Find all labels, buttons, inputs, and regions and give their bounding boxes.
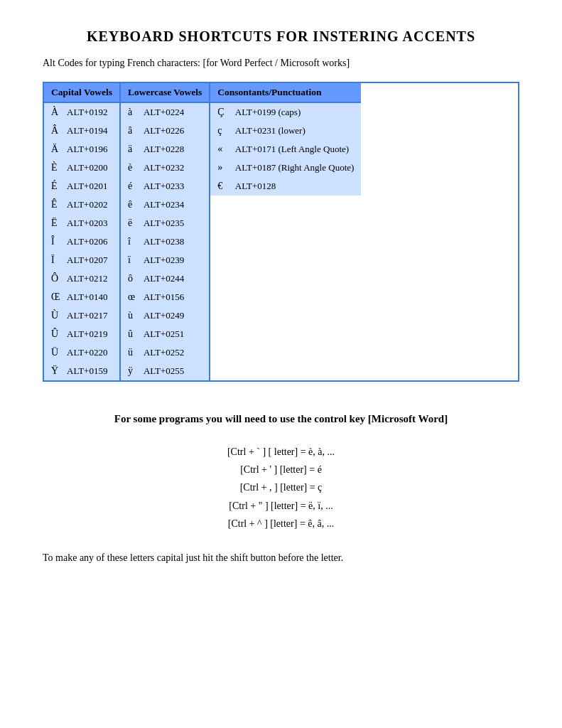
- table-row: ôALT+0244: [121, 269, 209, 288]
- table-row: ÀALT+0192: [44, 103, 119, 122]
- lowercase-vowels-header: Lowercase Vowels: [121, 83, 209, 103]
- capital-vowels-header: Capital Vowels: [44, 83, 119, 103]
- char: Ÿ: [51, 365, 67, 377]
- char: ç: [217, 125, 233, 136]
- table-row: € ALT+0128: [210, 177, 361, 196]
- note-section: For some programs you will need to use t…: [43, 410, 519, 427]
- code: ALT+0233: [144, 181, 184, 192]
- char: û: [128, 328, 144, 340]
- capital-vowels-section: Capital Vowels ÀALT+0192ÂALT+0194ÄALT+01…: [44, 83, 121, 380]
- char: ë: [128, 218, 144, 229]
- char: ô: [128, 273, 144, 284]
- table-row: ç ALT+0231 (lower): [210, 122, 361, 140]
- table-row: « ALT+0171 (Left Angle Quote): [210, 140, 361, 159]
- code: ALT+0199 (caps): [233, 107, 301, 118]
- shortcut-line: [Ctrl + ^ ] [letter] = ê, â, ...: [43, 515, 519, 532]
- note-text: For some programs you will need to use t…: [114, 413, 448, 424]
- consonants-rows: Ç ALT+0199 (caps)ç ALT+0231 (lower)« ALT…: [210, 103, 361, 196]
- char: Ï: [51, 255, 67, 266]
- code: ALT+0228: [144, 144, 184, 155]
- code: ALT+0171 (Left Angle Quote): [233, 144, 349, 155]
- code: ALT+0231 (lower): [233, 125, 305, 136]
- table-row: ÔALT+0212: [44, 269, 119, 288]
- char: Ä: [51, 144, 67, 155]
- shortcut-line: [Ctrl + ` ] [ letter] = è, à, ...: [43, 443, 519, 461]
- char: Ô: [51, 273, 67, 284]
- code: ALT+0194: [67, 125, 107, 136]
- shortcut-line: [Ctrl + ' ] [letter] = é: [43, 461, 519, 478]
- table-row: œALT+0156: [121, 288, 209, 306]
- char: ä: [128, 144, 144, 155]
- table-row: äALT+0228: [121, 140, 209, 159]
- table-row: ÂALT+0194: [44, 122, 119, 140]
- table-row: êALT+0234: [121, 196, 209, 214]
- table-row: ÈALT+0200: [44, 159, 119, 177]
- code: ALT+0207: [67, 255, 107, 266]
- code: ALT+0196: [67, 144, 107, 155]
- char: ù: [128, 310, 144, 321]
- char: Â: [51, 125, 67, 136]
- table-row: ÎALT+0206: [44, 232, 119, 251]
- table-row: ÛALT+0219: [44, 325, 119, 343]
- table-row: » ALT+0187 (Right Angle Quote): [210, 159, 361, 177]
- code: ALT+0212: [67, 273, 107, 284]
- code: ALT+0220: [67, 347, 107, 358]
- code: ALT+0156: [144, 291, 184, 303]
- code: ALT+0239: [144, 255, 184, 266]
- char: é: [128, 181, 144, 192]
- code: ALT+0255: [144, 365, 184, 377]
- char: œ: [128, 291, 144, 303]
- code: ALT+0159: [67, 365, 107, 377]
- consonants-header: Consontants/Punctuation: [210, 83, 361, 103]
- code: ALT+0219: [67, 328, 107, 340]
- code: ALT+0244: [144, 273, 184, 284]
- char: À: [51, 107, 67, 118]
- code: ALT+0187 (Right Angle Quote): [233, 162, 354, 173]
- code: ALT+0224: [144, 107, 184, 118]
- char: â: [128, 125, 144, 136]
- table-row: ûALT+0251: [121, 325, 209, 343]
- code: ALT+0203: [67, 218, 107, 229]
- shortcut-line: [Ctrl + , ] [letter] = ç: [43, 478, 519, 496]
- page-title: KEYBOARD SHORTCUTS FOR INSTERING ACCENTS: [43, 28, 519, 45]
- code: ALT+0128: [233, 181, 276, 192]
- char: Ç: [217, 107, 233, 118]
- char: Ü: [51, 347, 67, 358]
- table-row: ŒALT+0140: [44, 288, 119, 306]
- code: ALT+0252: [144, 347, 184, 358]
- char: Ë: [51, 218, 67, 229]
- table-row: üALT+0252: [121, 343, 209, 362]
- char: Ê: [51, 199, 67, 210]
- consonants-section: Consontants/Punctuation Ç ALT+0199 (caps…: [210, 83, 361, 196]
- code: ALT+0206: [67, 236, 107, 247]
- table-row: ÉALT+0201: [44, 177, 119, 196]
- lowercase-vowels-section: Lowercase Vowels àALT+0224âALT+0226äALT+…: [121, 83, 210, 380]
- code: ALT+0226: [144, 125, 184, 136]
- lowercase-vowels-rows: àALT+0224âALT+0226äALT+0228èALT+0232éALT…: [121, 103, 209, 380]
- table-row: Ç ALT+0199 (caps): [210, 103, 361, 122]
- char: Ù: [51, 310, 67, 321]
- char: à: [128, 107, 144, 118]
- char: É: [51, 181, 67, 192]
- char: ÿ: [128, 365, 144, 377]
- code: ALT+0232: [144, 162, 184, 173]
- char: ê: [128, 199, 144, 210]
- char: «: [217, 144, 233, 155]
- code: ALT+0201: [67, 181, 107, 192]
- main-table: Capital Vowels ÀALT+0192ÂALT+0194ÄALT+01…: [43, 82, 519, 382]
- code: ALT+0238: [144, 236, 184, 247]
- code: ALT+0202: [67, 199, 107, 210]
- table-row: ïALT+0239: [121, 251, 209, 269]
- char: »: [217, 162, 233, 173]
- table-row: ÙALT+0217: [44, 306, 119, 325]
- char: €: [217, 181, 233, 192]
- char: È: [51, 162, 67, 173]
- code: ALT+0192: [67, 107, 107, 118]
- table-row: èALT+0232: [121, 159, 209, 177]
- char: Û: [51, 328, 67, 340]
- table-row: ÊALT+0202: [44, 196, 119, 214]
- footer-note: To make any of these letters capital jus…: [43, 552, 519, 564]
- table-row: ÄALT+0196: [44, 140, 119, 159]
- table-row: àALT+0224: [121, 103, 209, 122]
- char: è: [128, 162, 144, 173]
